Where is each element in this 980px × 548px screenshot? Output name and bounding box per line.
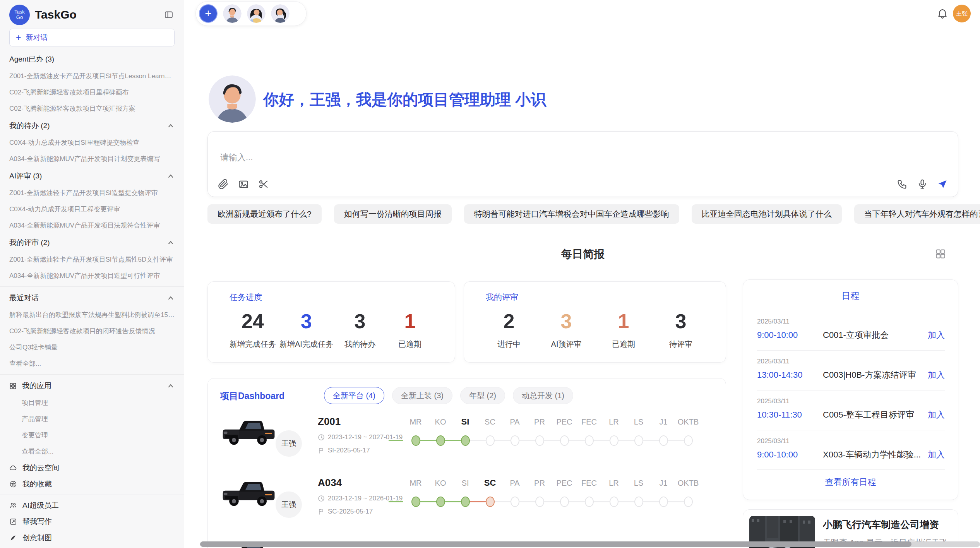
section-my-apps[interactable]: 我的应用 <box>9 377 175 395</box>
milestone-label: J1 <box>651 476 676 490</box>
sidebar-item-product-mgmt[interactable]: 产品管理 <box>9 411 175 427</box>
list-item[interactable]: Z001-全新燃油皮卡产品开发项目SI节点Lesson Learn报告 <box>9 68 175 84</box>
list-item[interactable]: 解释最新出台的欧盟报废车法规再生塑料比例被调至15%... <box>9 307 175 323</box>
view-all-recent[interactable]: 查看全部... <box>9 356 175 372</box>
milestone-labels: MRKOSISCPAPRPECFECLRLSJ1OKTB <box>403 415 709 429</box>
logo-text-top: Task <box>14 9 25 15</box>
card-title: 任务进度 <box>230 292 433 303</box>
stat: 3新增AI完成任务 <box>279 309 333 349</box>
list-item[interactable]: Z001-全新燃油轻卡产品开发项目SI节点属性5D文件评审 <box>9 252 175 268</box>
attachment-toolbar <box>218 179 269 190</box>
sidebar-item-help-write[interactable]: 帮我写作 <box>9 514 175 530</box>
chevron-up-icon[interactable] <box>167 122 175 130</box>
avatar[interactable] <box>271 4 290 23</box>
suggestion-chip[interactable]: 比亚迪全固态电池计划具体说了什么 <box>692 204 842 224</box>
horizontal-scrollbar-thumb[interactable] <box>200 541 911 547</box>
schedule-item: 2025/03/11 13:00-14:30 C003|H0B-方案冻结评审 加… <box>757 358 945 381</box>
image-icon[interactable] <box>238 179 249 190</box>
list-item[interactable]: C0X4-动力总成开发项目工程变更评审 <box>9 201 175 217</box>
horizontal-scrollbar-track[interactable] <box>200 541 980 547</box>
list-item[interactable]: 公司Q3轻卡销量 <box>9 339 175 356</box>
join-link[interactable]: 加入 <box>928 449 945 461</box>
app-screen: Task Go TaskGo + 新对话 Agent已办 (3) Z001-全新… <box>0 0 980 548</box>
paperclip-icon[interactable] <box>218 179 229 190</box>
list-item[interactable]: C0X4-动力总成开发项目SI里程碑提交物检查 <box>9 135 175 151</box>
schedule-item: 2025/03/11 9:00-10:00 X003-车辆动力学性能验... 加… <box>757 437 945 461</box>
suggestion-chip[interactable]: 如何写一份清晰的项目周报 <box>334 204 452 224</box>
schedule-date: 2025/03/11 <box>757 358 945 365</box>
divider <box>757 430 945 430</box>
sidebar-item-creative-draw[interactable]: 创意制图 <box>9 530 175 546</box>
schedule-item-title: C003|H0B-方案冻结评审 <box>823 369 928 381</box>
suggestion-chip[interactable]: 欧洲新规最近颁布了什么? <box>207 204 322 224</box>
send-icon[interactable] <box>937 179 948 190</box>
join-link[interactable]: 加入 <box>928 369 945 381</box>
section-recent-chats[interactable]: 最近对话 <box>9 289 175 307</box>
sidebar-collapse-icon[interactable] <box>163 9 175 21</box>
sidebar-item-favorites[interactable]: 我的收藏 <box>9 476 175 492</box>
sidebar-item-change-mgmt[interactable]: 变更管理 <box>9 427 175 444</box>
suggestion-chip[interactable]: 当下年轻人对汽车外观有怎样的喜好趋势 <box>854 204 980 224</box>
join-link[interactable]: 加入 <box>928 329 945 341</box>
sidebar-item-cloud-space[interactable]: 我的云空间 <box>9 460 175 476</box>
my-review-card: 我的评审 2进行中 3AI预评审 1已逾期 3待评审 <box>464 281 726 363</box>
suggestion-chip[interactable]: 特朗普可能对进口汽车增税会对中国车企造成哪些影响 <box>464 204 679 224</box>
avatar[interactable] <box>247 4 266 23</box>
stat: 3待评审 <box>658 309 704 349</box>
sidebar-item-label: 我的云空间 <box>22 463 59 473</box>
milestone-label: OKTB <box>676 415 701 429</box>
add-session-button[interactable]: + <box>199 4 218 23</box>
sidebar-item-project-mgmt[interactable]: 项目管理 <box>9 395 175 411</box>
divider <box>0 374 184 375</box>
chat-input[interactable]: 请输入... <box>220 152 253 163</box>
new-chat-label: 新对话 <box>26 33 48 43</box>
card-title: 我的评审 <box>486 292 704 303</box>
section-my-review[interactable]: 我的评审 (2) <box>9 234 175 252</box>
list-item[interactable]: A034-全新新能源MUV产品开发项目法规符合性评审 <box>9 217 175 234</box>
milestone-dot <box>585 497 594 507</box>
chevron-up-icon[interactable] <box>167 294 175 302</box>
section-ai-review[interactable]: AI评审 (3) <box>9 167 175 185</box>
divider <box>0 495 184 495</box>
list-item[interactable]: A034-全新新能源MUV产品开发项目造型可行性评审 <box>9 268 175 284</box>
list-item[interactable]: Z001-全新燃油轻卡产品开发项目SI造型提交物评审 <box>9 185 175 201</box>
milestone-dot <box>535 435 544 446</box>
join-link[interactable]: 加入 <box>928 409 945 421</box>
tab-new-upfit[interactable]: 全新上装 (3) <box>392 387 452 404</box>
milestone-label: LR <box>601 476 626 490</box>
sidebar-item-ai-employee[interactable]: AI超级员工 <box>9 497 175 514</box>
phone-icon[interactable] <box>897 179 908 190</box>
user-name: 王强 <box>956 10 968 17</box>
chevron-up-icon[interactable] <box>167 382 175 390</box>
list-item[interactable]: C02-飞腾新能源轻客改款项目立项汇报方案 <box>9 101 175 117</box>
project-code: A034 <box>318 477 342 489</box>
tab-powertrain-dev[interactable]: 动总开发 (1) <box>513 387 573 404</box>
tab-model-year[interactable]: 年型 (2) <box>460 387 505 404</box>
milestone-label: OKTB <box>676 476 701 490</box>
view-all-schedule[interactable]: 查看所有日程 <box>743 476 958 488</box>
chevron-up-icon[interactable] <box>167 172 175 180</box>
list-item[interactable]: C02-飞腾新能源轻客改款项目的闭环通告反馈情况 <box>9 323 175 339</box>
project-row[interactable]: 王强 Z001 2023-12-19 ~ 2027-01-19 SI-2025-… <box>208 412 726 473</box>
scissors-icon[interactable] <box>258 179 269 190</box>
view-all-apps[interactable]: 查看全部... <box>9 444 175 460</box>
section-my-todo[interactable]: 我的待办 (2) <box>9 117 175 135</box>
section-agent-done[interactable]: Agent已办 (3) <box>9 50 175 68</box>
section-title: 我的待办 (2) <box>9 121 50 131</box>
chevron-up-icon[interactable] <box>167 239 175 247</box>
milestone-label: PA <box>502 476 527 490</box>
session-avatars-bar: + <box>195 1 307 26</box>
avatar[interactable] <box>223 4 242 23</box>
list-item[interactable]: C02-飞腾新能源轻客改款项目里程碑画布 <box>9 84 175 101</box>
project-flag-date: SC-2025-05-17 <box>318 508 373 515</box>
list-item[interactable]: A034-全新新能源MUV产品开发项目计划变更表编写 <box>9 151 175 167</box>
notification-bell-icon[interactable] <box>937 8 948 19</box>
microphone-icon[interactable] <box>917 179 928 190</box>
tab-all-new-platform[interactable]: 全新平台 (4) <box>324 387 384 404</box>
new-chat-button[interactable]: + 新对话 <box>9 29 175 46</box>
logo-text-bottom: Go <box>16 15 23 20</box>
user-avatar[interactable]: 王强 <box>953 5 971 22</box>
project-row[interactable]: 王强 A034 2023-12-19 ~ 2026-01-19 SC-2025-… <box>208 473 726 534</box>
section-title: 我的评审 (2) <box>9 238 50 248</box>
layout-grid-icon[interactable] <box>935 248 946 259</box>
